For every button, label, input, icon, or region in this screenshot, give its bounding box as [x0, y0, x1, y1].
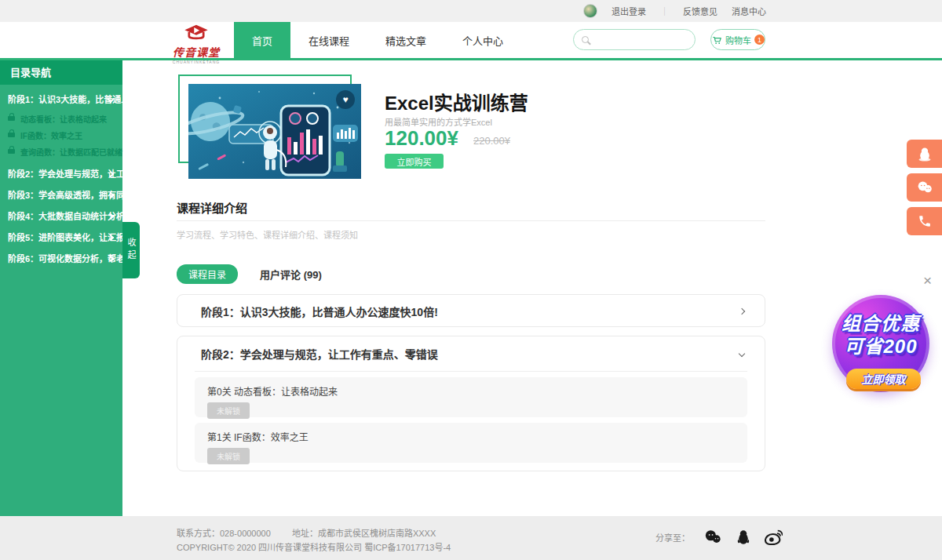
- main-nav: 首页 在线课程 精选文章 个人中心: [234, 22, 521, 58]
- course-illustration: [188, 84, 361, 179]
- nav-item-home[interactable]: 首页: [234, 22, 290, 58]
- cart-label: 购物车: [725, 34, 751, 46]
- tab-user-comments[interactable]: 用户评论 (99): [260, 267, 322, 282]
- sidebar-stage-6[interactable]: 阶段6：可视化数据分析，帮老板...: [0, 249, 122, 270]
- promo-close-button[interactable]: ×: [923, 272, 932, 289]
- footer: 联系方式：028-0000000 地址：成都市武侯区槐树店南路XXXX COPY…: [0, 516, 942, 560]
- wechat-icon: [916, 180, 933, 195]
- lock-icon: [8, 116, 15, 121]
- stage-accordion-1: 阶段1：认识3大技能，比普通人办公速度快10倍!: [177, 294, 765, 327]
- stage-accordion-2: 阶段2：学会处理与规范，让工作有重点、零错误 第0关 动态看板：让表格动起来 未…: [177, 336, 765, 471]
- phone-icon: [918, 214, 932, 228]
- sidebar-stage-2[interactable]: 阶段2：学会处理与规范，让工作...: [0, 164, 122, 185]
- section-divider: [177, 220, 765, 221]
- tab-course-catalog[interactable]: 课程目录: [177, 264, 238, 284]
- header-accent-line: [0, 58, 942, 60]
- course-original-price: 220.00¥: [473, 135, 510, 147]
- stage-2-header[interactable]: 阶段2：学会处理与规范，让工作有重点、零错误: [177, 336, 765, 371]
- nav-item-courses[interactable]: 在线课程: [290, 22, 367, 58]
- wechat-share-icon[interactable]: [703, 529, 722, 545]
- feedback-link[interactable]: 反馈意见: [683, 5, 717, 17]
- phone-contact-button[interactable]: [907, 207, 942, 235]
- course-cover-image: ♥: [188, 84, 361, 179]
- accordion-divider: [195, 371, 747, 372]
- top-utility-bar: 退出登录 ｜ 反馈意见 消息中心: [0, 0, 942, 22]
- lesson-item-0[interactable]: 第0关 动态看板：让表格动起来 未解锁: [195, 377, 747, 417]
- chevron-down-icon: [739, 351, 745, 357]
- footer-copyright: COPYRIGHT© 2020 四川传音课堂科技有限公司 蜀ICP备170177…: [177, 540, 451, 553]
- qq-contact-button[interactable]: [907, 140, 942, 168]
- search-bar: 搜索: [573, 29, 696, 50]
- lock-icon: [8, 149, 15, 154]
- sidebar-stage-5[interactable]: 阶段5：进阶图表美化，让汇报一...: [0, 227, 122, 249]
- detail-section-title: 课程详细介绍: [177, 199, 247, 216]
- qq-share-icon[interactable]: [736, 529, 751, 545]
- header: 传音课堂 CHUANYINKETANG 首页 在线课程 精选文章 个人中心 搜索…: [0, 22, 942, 58]
- cart-icon: [711, 35, 722, 45]
- sidebar-stage-1[interactable]: 阶段1：认识3大技能，比普通人...: [0, 89, 122, 111]
- search-input[interactable]: [574, 30, 696, 49]
- messages-link[interactable]: 消息中心: [732, 5, 766, 17]
- catalog-sidebar: 目录导航 阶段1：认识3大技能，比普通人... 动态看板：让表格动起来 IF函数…: [0, 60, 122, 516]
- lesson-item-1[interactable]: 第1关 IF函数：效率之王 未解锁: [195, 423, 747, 463]
- cart-count-badge: 1: [754, 35, 765, 45]
- detail-summary: 学习流程、学习特色、课程详细介绍、课程须知: [177, 228, 358, 241]
- sidebar-lesson-locked[interactable]: 动态看板：让表格动起来: [0, 111, 122, 127]
- contact-floaters: [907, 140, 942, 235]
- wechat-contact-button[interactable]: [907, 173, 942, 202]
- course-title: Excel实战训练营: [385, 88, 528, 115]
- chevron-right-icon: [739, 308, 745, 315]
- course-price: 120.00¥: [385, 126, 458, 151]
- cart-button[interactable]: 购物车 1: [710, 29, 765, 50]
- buy-now-button[interactable]: 立即购买: [385, 154, 444, 169]
- lesson-status-badge: 未解锁: [207, 402, 250, 419]
- detail-tabs: 课程目录 用户评论 (99): [177, 264, 322, 284]
- heart-icon: ♥: [342, 94, 348, 105]
- stage-1-header[interactable]: 阶段1：认识3大技能，比普通人办公速度快10倍!: [177, 295, 765, 328]
- sidebar-lesson-locked[interactable]: 查询函数：让数据匹配已就绪: [0, 144, 122, 160]
- footer-contact-phone: 联系方式：028-0000000: [177, 529, 271, 538]
- nav-item-articles[interactable]: 精选文章: [367, 22, 444, 58]
- logout-link[interactable]: 退出登录: [612, 5, 646, 17]
- topbar-divider: ｜: [660, 5, 669, 17]
- sidebar-lesson-locked[interactable]: IF函数：效率之王: [0, 127, 122, 144]
- logo-cap-icon: [180, 24, 213, 41]
- lesson-name: 第1关 IF函数：效率之王: [207, 430, 735, 443]
- lesson-name: 第0关 动态看板：让表格动起来: [207, 384, 735, 398]
- lesson-status-badge: 未解锁: [207, 448, 250, 464]
- qq-icon: [917, 146, 933, 162]
- footer-contact-address: 地址：成都市武侯区槐树店南路XXXX: [292, 529, 436, 538]
- sidebar-stage-3[interactable]: 阶段3：学会高级透视，拥有同时...: [0, 185, 122, 206]
- search-icon: [582, 36, 589, 43]
- lock-icon: [8, 133, 15, 137]
- user-avatar[interactable]: [583, 4, 597, 18]
- sidebar-collapse-tab[interactable]: 收起: [122, 222, 140, 278]
- share-label: 分享至：: [655, 531, 690, 544]
- sidebar-stage-4[interactable]: 阶段4：大批数据自动统计分析，...: [0, 206, 122, 227]
- favorite-heart-button[interactable]: ♥: [336, 90, 355, 109]
- logo-title: 传音课堂: [161, 44, 232, 60]
- weibo-share-icon[interactable]: [765, 529, 783, 545]
- sidebar-title: 目录导航: [0, 60, 122, 85]
- nav-item-profile[interactable]: 个人中心: [444, 22, 521, 58]
- promo-claim-button[interactable]: 立即领取: [846, 369, 921, 389]
